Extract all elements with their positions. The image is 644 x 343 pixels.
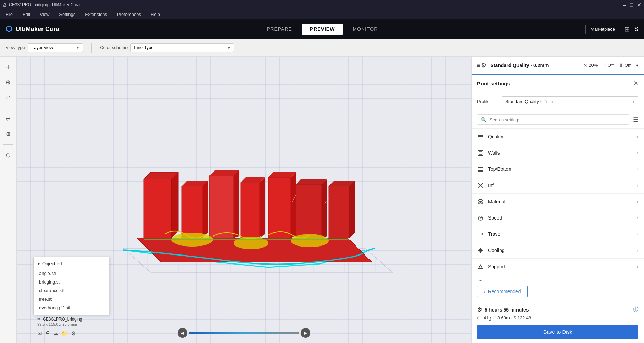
menu-help[interactable]: Help [149,11,161,18]
svg-marker-8 [203,181,208,238]
settings-name-speed: Speed [488,215,502,221]
color-scheme-select[interactable]: Line Type ▾ [130,43,234,52]
svg-rect-37 [478,170,483,172]
user-icon[interactable]: S [634,26,638,33]
time-row: ⏱ 5 hours 55 minutes ⓘ [477,306,638,313]
settings-item-material[interactable]: Material ‹ [472,194,644,210]
infill-control[interactable]: ✕ 20% [583,63,598,68]
minimize-button[interactable]: – [623,2,626,8]
infill-pct: 20% [589,63,598,68]
menu-view[interactable]: View [38,11,51,18]
svg-rect-33 [478,138,483,138]
settings-item-walls[interactable]: Walls ‹ [472,145,644,161]
view-type-select[interactable]: Layer view ▾ [28,43,83,52]
settings-item-top-bottom[interactable]: Top/Bottom ‹ [472,161,644,177]
next-layer-button[interactable]: ▶ [301,328,310,338]
svg-marker-17 [291,172,296,238]
svg-rect-9 [209,176,234,238]
adhesion-control[interactable]: ⬇ Off [619,63,631,68]
search-input-wrap: 🔍 [477,114,629,125]
edit-icon[interactable]: ✏ [37,317,41,322]
rotate-tool-button[interactable]: ↩ [2,91,15,104]
layer-slider[interactable] [189,332,299,334]
titlebar-controls[interactable]: – □ ✕ [623,2,641,8]
svg-rect-6 [182,186,203,238]
main-area: ✛ ⊕ ↩ ⇄ ⚙ ⬡ [0,57,644,343]
folder-icon[interactable]: 📁 [61,330,68,337]
support-blocker-button[interactable]: ⬡ [2,149,15,161]
object-list-panel: ▾ Object list angle.stl bridging.stl cle… [33,257,109,315]
menu-edit[interactable]: Edit [21,11,31,18]
color-scheme-value: Line Type [134,45,153,50]
save-to-disk-button[interactable]: Save to Disk [477,325,638,339]
recommended-button[interactable]: ‹ Recommended [477,286,528,297]
obj-item-angle[interactable]: angle.stl [34,269,109,278]
tool-separator-2 [3,144,13,145]
walls-icon [477,149,484,156]
settings-item-travel[interactable]: Travel ‹ [472,226,644,242]
settings-icon[interactable]: ⚙ [71,330,76,337]
menu-file[interactable]: File [4,11,14,18]
svg-marker-23 [349,181,355,238]
svg-point-26 [291,234,329,247]
menu-preferences[interactable]: Preferences [115,11,142,18]
settings-chevron-travel-icon: ‹ [637,231,638,237]
3d-viewport[interactable]: ▾ Object list angle.stl bridging.stl cle… [17,57,471,343]
right-panel: ≡⚙ Standard Quality - 0.2mm ✕ 20% ⌂ Off … [471,57,644,343]
profile-sub: 0.2mm [540,99,553,104]
settings-item-left-travel: Travel [477,231,501,238]
quality-expand-icon[interactable]: ▾ [636,63,638,68]
profile-select[interactable]: Standard Quality 0.2mm ▾ [502,96,638,106]
settings-chevron-material-icon: ‹ [637,199,638,204]
settings-item-quality[interactable]: Quality ‹ [472,129,644,145]
email-icon[interactable]: ✉ [37,330,42,337]
settings-item-speed[interactable]: Speed ‹ [472,210,644,226]
close-button[interactable]: ✕ [637,2,641,8]
settings-chevron-quality-icon: ‹ [637,134,638,139]
support-control[interactable]: ⌂ Off [603,63,614,68]
prev-layer-button[interactable]: ◀ [178,328,187,338]
move-tool-button[interactable]: ✛ [2,61,15,73]
mirror-tool-button[interactable]: ⇄ [2,112,15,125]
print-icon[interactable]: 🖨 [45,330,50,337]
svg-rect-21 [329,186,349,238]
tab-prepare[interactable]: PREPARE [259,24,300,35]
obj-item-bridging[interactable]: bridging.stl [34,278,109,286]
menu-extensions[interactable]: Extensions [84,11,109,18]
menu-settings[interactable]: Settings [58,11,77,18]
maximize-button[interactable]: □ [630,2,633,8]
settings-item-build-plate[interactable]: Build Plate Adhesion ‹ [472,275,644,281]
quality-settings-icon: ≡⚙ [477,62,486,69]
settings-item-cooling[interactable]: Cooling ‹ [472,242,644,259]
model-dimensions: 99.5 x 115.0 x 25.0 mm [37,322,82,326]
recommended-label: Recommended [488,289,521,294]
per-model-settings-button[interactable]: ⚙ [2,128,15,140]
tab-monitor[interactable]: MONITOR [344,24,386,35]
filter-icon[interactable]: ☰ [633,116,638,123]
settings-name-material: Material [488,199,505,204]
settings-item-infill[interactable]: Infill ‹ [472,177,644,194]
settings-name-support: Support [488,264,505,269]
marketplace-button[interactable]: Marketplace [585,25,620,34]
object-list-header[interactable]: ▾ Object list [34,260,109,269]
color-scheme-label: Color scheme [100,45,128,50]
obj-item-overhang[interactable]: overhang (1).stl [34,304,109,312]
svg-rect-32 [478,136,483,137]
settings-item-support[interactable]: Support ‹ [472,259,644,275]
obj-item-clearance[interactable]: clearance.stl [34,286,109,295]
apps-grid-icon[interactable]: ⊞ [624,25,630,33]
scale-tool-button[interactable]: ⊕ [2,76,15,89]
search-icon: 🔍 [481,117,487,122]
print-settings-close-button[interactable]: ✕ [633,80,638,87]
settings-chevron-cooling-icon: ‹ [637,248,638,253]
cloud-icon[interactable]: ☁ [53,330,58,337]
svg-marker-11 [234,170,239,238]
support-icon [477,263,484,270]
settings-chevron-walls-icon: ‹ [637,150,638,156]
toolbar-divider [91,43,92,53]
info-icon[interactable]: ⓘ [633,306,638,313]
obj-item-free[interactable]: free.stl [34,295,109,304]
search-input[interactable] [489,117,626,122]
tab-preview[interactable]: PREVIEW [302,24,343,35]
menubar: File Edit View Settings Extensions Prefe… [0,10,644,19]
